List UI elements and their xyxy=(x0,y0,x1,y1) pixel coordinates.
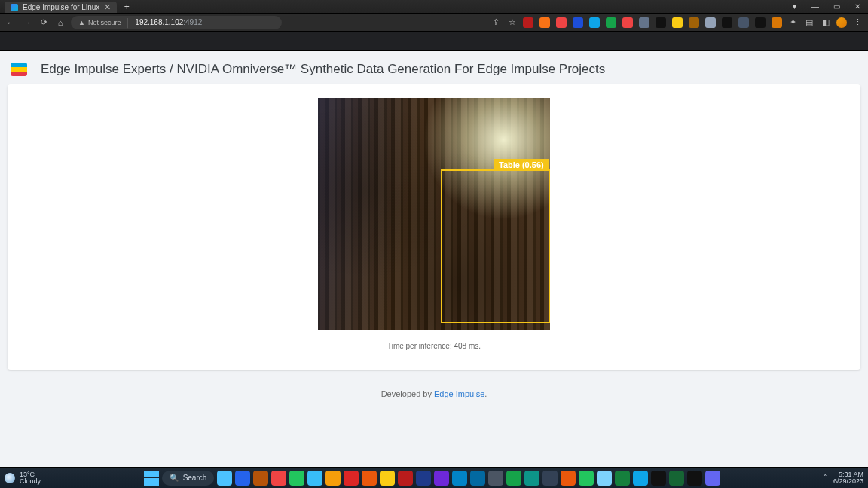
url-port: :4912 xyxy=(183,18,202,26)
taskbar-app-icon[interactable] xyxy=(271,471,286,486)
new-tab-button[interactable]: + xyxy=(120,0,133,13)
taskbar-app-icon[interactable] xyxy=(253,471,268,486)
taskbar-app-icon[interactable] xyxy=(344,471,359,486)
forward-button[interactable]: → xyxy=(21,17,33,29)
taskbar-app-icon[interactable] xyxy=(488,471,503,486)
taskbar-weather[interactable]: 13°C Cloudy xyxy=(5,471,41,485)
breadcrumb: Edge Impulse Experts / NVIDIA Omniverse™… xyxy=(41,62,605,77)
taskbar-apps xyxy=(217,471,720,486)
extension-icon[interactable] xyxy=(656,17,666,28)
taskbar-app-icon[interactable] xyxy=(579,471,594,486)
taskbar-app-icon[interactable] xyxy=(380,471,395,486)
weather-desc: Cloudy xyxy=(20,478,41,485)
extension-icon[interactable] xyxy=(622,17,633,28)
extension-icon[interactable] xyxy=(589,17,600,28)
tab-close-icon[interactable]: ✕ xyxy=(104,2,111,12)
taskbar-app-icon[interactable] xyxy=(326,471,341,486)
system-tray[interactable]: ˄ 5:31 AM 6/29/2023 xyxy=(824,471,863,485)
address-bar[interactable]: ▲ Not secure │ 192.168.1.102:4912 xyxy=(71,16,282,29)
search-label: Search xyxy=(183,474,207,482)
extension-icon[interactable] xyxy=(523,17,533,28)
security-indicator[interactable]: ▲ Not secure xyxy=(78,19,121,26)
search-icon: 🔍 xyxy=(170,474,179,482)
taskbar-app-icon[interactable] xyxy=(524,471,539,486)
extension-icon[interactable] xyxy=(539,17,550,28)
bookmark-bar xyxy=(0,32,868,51)
window-minimize-button[interactable]: — xyxy=(805,0,826,13)
taskbar-search[interactable]: 🔍 Search xyxy=(162,471,215,486)
page-header: Edge Impulse Experts / NVIDIA Omniverse™… xyxy=(6,51,862,84)
reading-list-icon[interactable]: ▤ xyxy=(803,17,815,29)
tray-date: 6/29/2023 xyxy=(833,478,863,485)
browser-tab-active[interactable]: Edge Impulse for Linux ✕ xyxy=(5,2,117,13)
taskbar-app-icon[interactable] xyxy=(416,471,431,486)
taskbar-app-icon[interactable] xyxy=(235,471,250,486)
taskbar-app-icon[interactable] xyxy=(307,471,322,486)
taskbar-app-icon[interactable] xyxy=(470,471,485,486)
home-button[interactable]: ⌂ xyxy=(54,17,66,29)
taskbar-app-icon[interactable] xyxy=(615,471,630,486)
kebab-menu-icon[interactable]: ⋮ xyxy=(851,17,863,29)
taskbar-app-icon[interactable] xyxy=(597,471,612,486)
taskbar-app-icon[interactable] xyxy=(289,471,304,486)
tab-favicon xyxy=(11,4,18,11)
taskbar-app-icon[interactable] xyxy=(561,471,576,486)
warning-icon: ▲ xyxy=(78,19,85,26)
taskbar-app-icon[interactable] xyxy=(217,471,232,486)
window-maximize-button[interactable]: ▭ xyxy=(826,0,847,13)
camera-preview: Table (0.56) xyxy=(318,98,550,330)
footer-link[interactable]: Edge Impulse xyxy=(434,389,484,398)
detection-label: Table (0.56) xyxy=(494,159,549,171)
extension-icon[interactable] xyxy=(738,17,749,28)
taskbar-app-icon[interactable] xyxy=(506,471,521,486)
window-close-button[interactable]: ✕ xyxy=(847,0,868,13)
extension-icon[interactable] xyxy=(755,17,766,28)
taskbar-app-icon[interactable] xyxy=(705,471,720,486)
bookmark-star-icon[interactable]: ☆ xyxy=(506,17,518,29)
share-icon[interactable]: ⇪ xyxy=(490,17,502,29)
extension-icon[interactable] xyxy=(672,17,683,28)
tray-chevron-icon[interactable]: ˄ xyxy=(824,474,827,481)
taskbar-app-icon[interactable] xyxy=(434,471,449,486)
windows-taskbar: 13°C Cloudy 🔍 Search ˄ 5:31 AM 6/29/2023 xyxy=(0,467,868,488)
extension-icon[interactable] xyxy=(556,17,567,28)
reload-button[interactable]: ⟳ xyxy=(38,17,50,29)
tray-clock[interactable]: 5:31 AM 6/29/2023 xyxy=(833,471,863,485)
extension-icon[interactable] xyxy=(573,17,583,28)
browser-titlebar: Edge Impulse for Linux ✕ + ▾ — ▭ ✕ xyxy=(0,0,868,14)
taskbar-app-icon[interactable] xyxy=(542,471,558,486)
taskbar-app-icon[interactable] xyxy=(633,471,648,486)
window-restore-down-auxiliary[interactable]: ▾ xyxy=(784,0,805,13)
url-text: 192.168.1.102:4912 xyxy=(135,18,202,26)
footer-credit: Developed by Edge Impulse. xyxy=(6,389,862,398)
taskbar-app-icon[interactable] xyxy=(687,471,702,486)
security-label: Not secure xyxy=(88,19,121,26)
side-panel-icon[interactable]: ◧ xyxy=(820,17,832,29)
weather-icon xyxy=(5,473,15,483)
extension-icon[interactable] xyxy=(639,17,649,28)
start-button[interactable] xyxy=(144,471,159,486)
extension-icons xyxy=(523,17,782,28)
page-content: Edge Impulse Experts / NVIDIA Omniverse™… xyxy=(0,51,868,467)
tab-title: Edge Impulse for Linux xyxy=(23,3,99,11)
extensions-puzzle-icon[interactable]: ✦ xyxy=(787,17,799,29)
footer-prefix: Developed by xyxy=(381,389,434,398)
taskbar-app-icon[interactable] xyxy=(452,471,467,486)
extension-icon[interactable] xyxy=(606,17,616,28)
extension-icon[interactable] xyxy=(689,17,699,28)
inference-card: Table (0.56) Time per inference: 408 ms. xyxy=(8,84,860,370)
taskbar-app-icon[interactable] xyxy=(398,471,413,486)
profile-avatar[interactable] xyxy=(836,17,847,28)
taskbar-center: 🔍 Search xyxy=(44,471,821,486)
taskbar-app-icon[interactable] xyxy=(362,471,377,486)
back-button[interactable]: ← xyxy=(5,17,17,29)
extension-icon[interactable] xyxy=(772,17,782,28)
detection-bounding-box: Table (0.56) xyxy=(441,169,550,322)
taskbar-app-icon[interactable] xyxy=(651,471,666,486)
extension-icon[interactable] xyxy=(705,17,716,28)
taskbar-app-icon[interactable] xyxy=(669,471,684,486)
extension-icon[interactable] xyxy=(722,17,732,28)
edge-impulse-logo-icon xyxy=(11,63,27,76)
url-host: 192.168.1.102 xyxy=(135,18,183,26)
footer-suffix: . xyxy=(484,389,487,398)
